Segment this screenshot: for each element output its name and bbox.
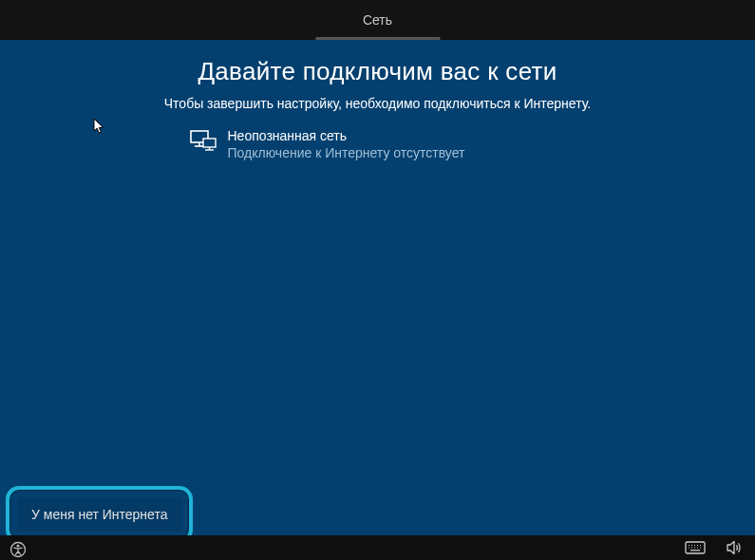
page-title: Давайте подключим вас к сети [0, 57, 755, 86]
network-item[interactable]: Неопознанная сеть Подключение к Интернет… [122, 128, 634, 160]
mouse-cursor-icon [93, 118, 106, 135]
svg-point-7 [17, 545, 20, 548]
volume-icon [727, 540, 744, 555]
svg-rect-3 [203, 139, 216, 147]
taskbar [0, 535, 755, 560]
page-subtitle: Чтобы завершить настройку, необходимо по… [0, 96, 755, 111]
network-monitor-icon [190, 130, 217, 153]
no-internet-highlight: У меня нет Интернета [6, 486, 193, 543]
ease-of-access-icon [9, 541, 27, 558]
volume-button[interactable] [727, 540, 744, 555]
ease-of-access-button[interactable] [9, 541, 27, 558]
keyboard-button[interactable] [685, 541, 706, 554]
no-internet-button[interactable]: У меня нет Интернета [17, 497, 181, 532]
network-status: Подключение к Интернету отсутствует [228, 145, 634, 160]
top-bar: Сеть [0, 0, 755, 40]
main-content: Давайте подключим вас к сети Чтобы завер… [0, 40, 755, 560]
keyboard-icon [685, 541, 706, 554]
network-text: Неопознанная сеть Подключение к Интернет… [228, 128, 634, 160]
tab-network[interactable]: Сеть [315, 0, 440, 40]
network-name: Неопознанная сеть [228, 128, 634, 143]
oobe-screen: Сеть Давайте подключим вас к сети Чтобы … [0, 0, 755, 560]
tab-network-label: Сеть [363, 12, 392, 28]
